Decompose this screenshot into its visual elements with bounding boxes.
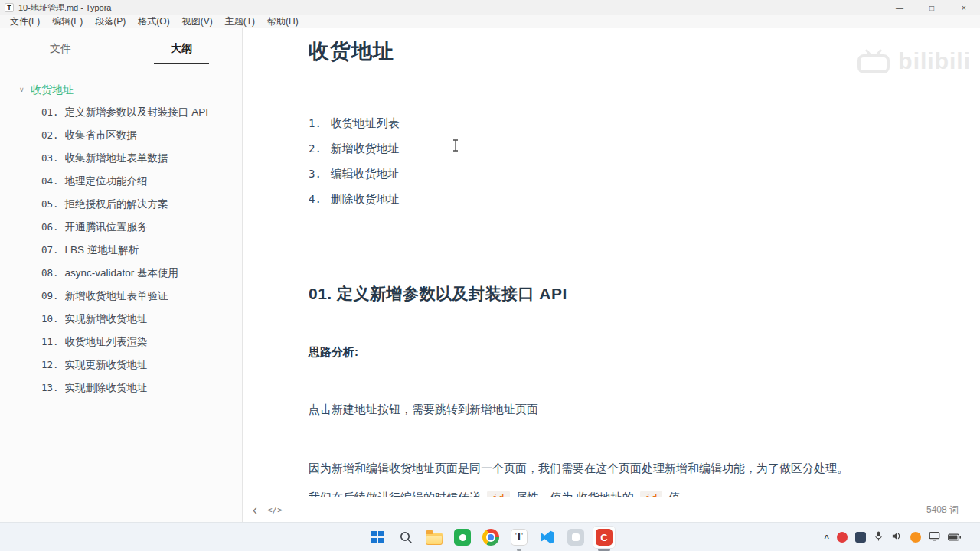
outline-item-02[interactable]: 02.收集省市区数据: [0, 124, 242, 147]
sidebar: 文件 大纲 ∨ 收货地址 01.定义新增参数以及封装接口 API 02.收集省市…: [0, 28, 243, 522]
list-item: 1.收货地址列表: [309, 110, 888, 135]
maximize-button[interactable]: □: [916, 0, 948, 15]
close-button[interactable]: ×: [948, 0, 980, 15]
bilibili-watermark-text: bilibili: [898, 48, 971, 74]
doc-title-heading: 收货地址: [309, 37, 888, 65]
gray-app-icon: [567, 529, 584, 546]
menu-file[interactable]: 文件(F): [5, 15, 45, 28]
outline-item-01[interactable]: 01.定义新增参数以及封装接口 API: [0, 101, 242, 124]
tab-outline[interactable]: 大纲: [121, 36, 242, 64]
outline-item-12[interactable]: 12.实现更新收货地址: [0, 354, 242, 377]
menu-paragraph[interactable]: 段落(P): [90, 15, 131, 28]
word-count: 5408 词: [926, 504, 959, 517]
text-cursor-ibeam: [452, 139, 459, 155]
file-explorer-button[interactable]: [423, 526, 446, 549]
menu-help[interactable]: 帮助(H): [262, 15, 304, 28]
paragraph: 点击新建地址按钮，需要跳转到新增地址页面: [309, 402, 888, 417]
tray-orange-app-icon[interactable]: [910, 532, 921, 543]
outline-item-root[interactable]: ∨ 收货地址: [0, 78, 242, 101]
gray-app-button[interactable]: [564, 526, 587, 549]
battery-icon[interactable]: [948, 530, 961, 544]
list-item: 3.编辑收货地址: [309, 161, 888, 186]
list-item: 2.新增收货地址: [309, 135, 888, 161]
tray-blue-app-icon[interactable]: [855, 532, 866, 543]
list-item: 4.删除收货地址: [309, 186, 888, 211]
system-tray: ^: [825, 523, 974, 551]
outline-item-04[interactable]: 04.地理定位功能介绍: [0, 170, 242, 193]
outline-item-05[interactable]: 05.拒绝授权后的解决方案: [0, 193, 242, 216]
folder-icon: [426, 533, 443, 545]
editor-area[interactable]: bilibili 收货地址 1.收货地址列表 2.新增收货地址 3.编辑收货地址…: [243, 28, 980, 522]
windows-logo-icon: [371, 531, 384, 543]
tray-chevron-up-icon[interactable]: ^: [825, 533, 829, 543]
outline-root-label: 收货地址: [31, 83, 74, 96]
typora-icon: T: [511, 529, 528, 546]
red-c-app-button[interactable]: C: [593, 526, 616, 549]
chrome-icon: [482, 529, 499, 546]
ordered-list: 1.收货地址列表 2.新增收货地址 3.编辑收货地址 4.删除收货地址: [309, 110, 888, 211]
window-title: 10-地址管理.md - Typora: [18, 2, 111, 14]
analysis-label: 思路分析:: [309, 345, 888, 360]
outline-item-07[interactable]: 07.LBS 逆地址解析: [0, 239, 242, 262]
minimize-button[interactable]: —: [884, 0, 916, 15]
statusbar: ‹ </> 5408 词: [243, 497, 980, 522]
sidebar-toggle-icon[interactable]: ‹: [253, 504, 257, 516]
titlebar: T 10-地址管理.md - Typora — □ ×: [0, 0, 980, 15]
display-icon[interactable]: [929, 530, 940, 544]
outline-item-08[interactable]: 08.async-validator 基本使用: [0, 262, 242, 285]
paragraph: 因为新增和编辑收货地址页面是同一个页面，我们需要在这个页面处理新增和编辑功能，为…: [309, 461, 888, 476]
green-app-button[interactable]: [451, 526, 474, 549]
sidebar-tabs: 文件 大纲: [0, 28, 242, 64]
menu-format[interactable]: 格式(O): [132, 15, 175, 28]
menu-edit[interactable]: 编辑(E): [47, 15, 88, 28]
menu-theme[interactable]: 主题(T): [220, 15, 260, 28]
chrome-button[interactable]: [479, 526, 502, 549]
typora-taskbar-button[interactable]: T: [508, 526, 531, 549]
outline-item-13[interactable]: 13.实现删除收货地址: [0, 377, 242, 399]
taskbar: T C ^: [0, 522, 980, 551]
outline-item-09[interactable]: 09.新增收货地址表单验证: [0, 285, 242, 308]
menubar: 文件(F) 编辑(E) 段落(P) 格式(O) 视图(V) 主题(T) 帮助(H…: [0, 15, 980, 28]
show-desktop-button[interactable]: [972, 528, 974, 546]
source-code-mode-icon[interactable]: </>: [267, 505, 283, 515]
menu-view[interactable]: 视图(V): [177, 15, 218, 28]
tab-files[interactable]: 文件: [0, 36, 121, 64]
search-button[interactable]: [394, 526, 417, 549]
start-button[interactable]: [366, 526, 389, 549]
vscode-icon: [539, 529, 556, 546]
typora-app-icon: T: [5, 3, 14, 12]
outline-panel: ∨ 收货地址 01.定义新增参数以及封装接口 API 02.收集省市区数据 03…: [0, 78, 242, 399]
outline-item-06[interactable]: 06.开通腾讯位置服务: [0, 216, 242, 239]
vscode-button[interactable]: [536, 526, 559, 549]
chevron-down-icon[interactable]: ∨: [19, 78, 24, 101]
red-c-app-icon: C: [596, 529, 612, 546]
taskbar-center: T C: [366, 523, 616, 551]
green-app-icon: [454, 529, 471, 546]
search-icon: [399, 530, 413, 544]
section-heading: 01. 定义新增参数以及封装接口 API: [309, 283, 888, 305]
window-controls: — □ ×: [884, 0, 980, 15]
outline-item-11[interactable]: 11.收货地址列表渲染: [0, 331, 242, 354]
microphone-icon[interactable]: [874, 530, 884, 545]
outline-item-10[interactable]: 10.实现新增收货地址: [0, 308, 242, 331]
outline-item-03[interactable]: 03.收集新增地址表单数据: [0, 147, 242, 170]
tray-red-app-icon[interactable]: [837, 532, 848, 543]
volume-icon[interactable]: [891, 530, 903, 544]
